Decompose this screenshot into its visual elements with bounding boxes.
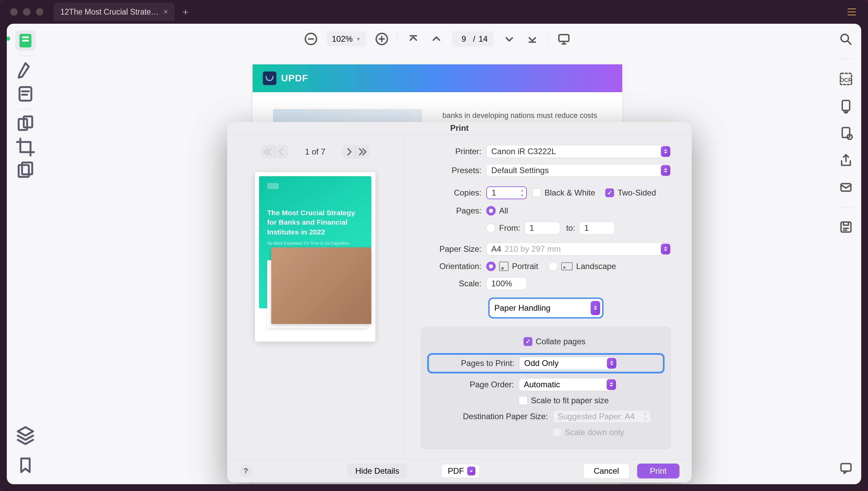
close-tab-icon[interactable]: × [163, 7, 168, 16]
save-button[interactable] [839, 220, 853, 234]
organize-pages-button[interactable] [15, 114, 36, 134]
share-button[interactable] [839, 153, 853, 168]
titlebar: 12The Most Crucial Strate… × ＋ [0, 0, 868, 24]
preview-next-button[interactable] [342, 145, 356, 159]
scale-fit-checkbox[interactable] [519, 396, 528, 405]
chevron-down-icon [467, 467, 475, 475]
thumb-title: The Most Crucial Strategy for Banks and … [267, 208, 363, 237]
pages-to-print-select[interactable]: Odd Only [519, 357, 617, 370]
copies-label: Copies: [420, 188, 486, 198]
reader-mode-button[interactable] [15, 30, 36, 51]
traffic-lights [10, 8, 43, 16]
portrait-icon [499, 262, 509, 271]
select-arrows-icon [591, 301, 600, 315]
thumb-photo [271, 247, 371, 324]
document-banner: UPDF [253, 64, 622, 92]
svg-rect-14 [842, 101, 850, 110]
convert-button[interactable] [839, 99, 853, 114]
pdf-label: PDF [448, 466, 464, 476]
sidebar-divider [839, 59, 853, 59]
tab-title: 12The Most Crucial Strate… [60, 7, 159, 17]
preview-prev-button[interactable] [274, 145, 288, 159]
two-sided-label: Two-Sided [617, 188, 656, 198]
search-button[interactable] [839, 32, 853, 47]
svg-rect-1 [22, 37, 29, 38]
thumb-subtitle: No More Expenses! It's Time to Go Paperl… [267, 241, 363, 246]
crop-tool-button[interactable] [15, 137, 36, 157]
window-minimize-button[interactable] [23, 8, 31, 16]
preview-counter: 1 of 7 [305, 147, 325, 157]
preview-thumbnail: The Most Crucial Strategy for Banks and … [255, 172, 375, 342]
zoom-value: 102% [332, 34, 353, 44]
paper-handling-panel: Collate pages Pages to Print: Odd Only [420, 327, 671, 449]
pdf-dropdown-button[interactable]: PDF [441, 464, 480, 478]
two-sided-checkbox[interactable] [605, 188, 614, 197]
scale-value: 100% [491, 279, 512, 288]
first-page-button[interactable] [406, 32, 421, 46]
svg-rect-10 [559, 35, 569, 41]
from-label: From: [499, 223, 520, 233]
redact-tool-button[interactable] [15, 160, 36, 180]
svg-text:OCR: OCR [840, 77, 852, 83]
email-button[interactable] [839, 180, 853, 195]
comments-button[interactable] [839, 461, 853, 475]
window-maximize-button[interactable] [36, 8, 43, 16]
prev-page-button[interactable] [429, 32, 444, 46]
present-button[interactable] [556, 32, 571, 46]
scale-input[interactable]: 100% [486, 277, 527, 290]
document-tab[interactable]: 12The Most Crucial Strate… × [54, 3, 175, 21]
portrait-radio[interactable] [486, 262, 496, 271]
top-toolbar: 102% ▼ / 14 [44, 24, 831, 54]
add-tab-button[interactable]: ＋ [181, 5, 190, 18]
preview-last-button[interactable] [356, 145, 370, 159]
scale-down-checkbox [553, 428, 561, 437]
black-white-checkbox[interactable] [532, 188, 541, 197]
page-order-select[interactable]: Automatic [519, 378, 617, 391]
to-value: 1 [584, 223, 589, 233]
printer-value: Canon iR C3222L [491, 147, 556, 156]
pages-label: Pages: [420, 206, 486, 216]
zoom-select[interactable]: 102% ▼ [327, 32, 366, 46]
pages-to-print-value: Odd Only [524, 359, 558, 368]
select-arrows-icon [661, 146, 670, 157]
edit-tool-button[interactable] [15, 84, 36, 104]
pages-all-radio[interactable] [486, 206, 496, 216]
copies-input[interactable]: 1 ▲▼ [486, 186, 527, 199]
paper-size-dims: 210 by 297 mm [505, 244, 560, 254]
pages-range-radio[interactable] [486, 223, 496, 233]
printer-select[interactable]: Canon iR C3222L [486, 145, 671, 158]
preview-first-button[interactable] [260, 145, 274, 159]
stepper-icon[interactable]: ▲▼ [519, 188, 526, 198]
cancel-button[interactable]: Cancel [583, 463, 630, 479]
zoom-in-button[interactable] [374, 32, 389, 46]
help-button[interactable]: ? [239, 465, 252, 477]
select-arrows-icon [661, 244, 670, 254]
updf-logo-icon [263, 71, 276, 85]
from-value: 1 [530, 223, 534, 233]
hide-details-button[interactable]: Hide Details [347, 464, 407, 478]
presets-select[interactable]: Default Settings [486, 164, 671, 177]
dest-paper-select: Suggested Paper: A4 ▲▼ [553, 410, 651, 423]
to-input[interactable]: 1 [579, 222, 615, 234]
zoom-out-button[interactable] [303, 32, 318, 46]
last-page-button[interactable] [525, 32, 540, 46]
landscape-label: Landscape [576, 262, 616, 271]
landscape-radio[interactable] [548, 262, 558, 271]
right-sidebar: OCR [831, 24, 861, 484]
layers-button[interactable] [15, 425, 36, 445]
protect-button[interactable] [839, 126, 853, 141]
section-select[interactable]: Paper Handling [488, 298, 604, 319]
preview-nav: 1 of 7 [260, 145, 370, 159]
collate-checkbox[interactable] [524, 337, 532, 346]
printer-label: Printer: [420, 147, 486, 156]
window-close-button[interactable] [10, 8, 18, 16]
print-button[interactable]: Print [637, 464, 679, 478]
next-page-button[interactable] [502, 32, 517, 46]
current-page-input[interactable] [458, 34, 470, 44]
ocr-button[interactable]: OCR [839, 71, 853, 86]
chevron-down-icon: ▼ [356, 36, 361, 42]
from-input[interactable]: 1 [525, 222, 560, 234]
paper-size-select[interactable]: A4 210 by 297 mm [486, 243, 671, 255]
bookmark-button[interactable] [15, 455, 36, 475]
annotate-tool-button[interactable] [15, 61, 36, 81]
